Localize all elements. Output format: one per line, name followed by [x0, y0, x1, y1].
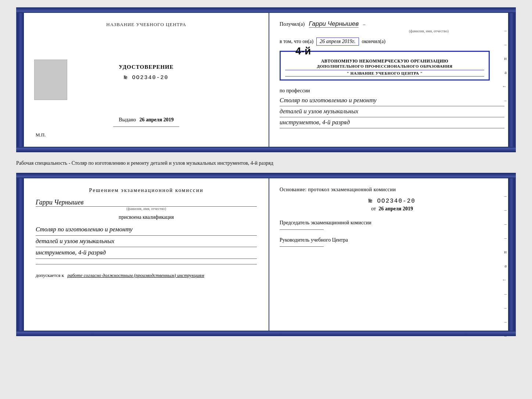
stamp-line3: " НАЗВАНИЕ УЧЕБНОГО ЦЕНТРА ": [285, 70, 484, 76]
caption-between: Рабочая специальность - Столяр по изгото…: [16, 158, 516, 167]
stamp-line1: АВТОНОМНУЮ НЕКОММЕРЧЕСКУЮ ОРГАНИЗАЦИЮ: [285, 58, 484, 64]
side-dashes-bottom: – – – – и а ← – – – –: [502, 193, 507, 339]
ot-label: от: [371, 206, 376, 211]
dopusk-value: работе согласно должностным (производств…: [67, 272, 204, 278]
protocol-number: № OO2340-20: [280, 198, 504, 204]
predsedatel-signature: [280, 229, 324, 230]
top-border-bottom: [16, 148, 516, 152]
issued-label: Выдано: [119, 117, 136, 122]
po-professii: по профессии: [280, 88, 504, 94]
fio-hint-top: (фамилия, имя, отчество): [353, 29, 504, 33]
ot-date-val: 26 апреля 2019: [379, 206, 413, 211]
top-left-page: НАЗВАНИЕ УЧЕБНОГО ЦЕНТРА УДОСТОВЕРЕНИЕ №…: [24, 13, 269, 147]
predsedatel: Председатель экзаменационной комиссии: [280, 219, 504, 230]
left-spine: [17, 13, 24, 147]
issued-date: 26 апреля 2019: [139, 117, 173, 122]
decision-title: Решением экзаменационной комиссии: [36, 187, 257, 193]
person-name-bottom: Гарри Чернышев: [36, 199, 257, 207]
qual-line1: Столяр по изготовлению и ремонту: [36, 224, 257, 236]
recipient-name: Гарри Чернышев: [309, 20, 359, 28]
rank-badge: 4-й: [295, 45, 311, 57]
stamp-line2: ДОПОЛНИТЕЛЬНОГО ПРОФЕССИОНАЛЬНОГО ОБРАЗО…: [285, 64, 484, 68]
certificate-photo: [34, 60, 67, 100]
profession-line2: деталей и узлов музыкальных: [280, 106, 504, 117]
predsedatel-label: Председатель экзаменационной комиссии: [280, 219, 504, 227]
vtom-line: в том, что он(а) 26 апреля 2019г. окончи…: [280, 38, 504, 46]
mp-label: М.П.: [36, 132, 46, 138]
okonchil: окончил(а): [362, 39, 386, 44]
rukovoditel-signature: [280, 246, 324, 247]
udost-title: УДОСТОВЕРЕНИЕ: [119, 64, 174, 70]
udost-number: № OO2340-20: [124, 75, 169, 81]
side-dashes-top: – – и а ← –: [502, 28, 507, 103]
bottom-border-top: [16, 173, 516, 177]
top-document-wrapper: НАЗВАНИЕ УЧЕБНОГО ЦЕНТРА УДОСТОВЕРЕНИЕ №…: [16, 7, 516, 152]
dopusk-line: допускается к работе согласно должностны…: [36, 272, 257, 278]
bottom-document: Решением экзаменационной комиссии Гарри …: [16, 177, 516, 332]
ot-date-line: от 26 апреля 2019: [280, 206, 504, 212]
qualification-text: Столяр по изготовлению и ремонту деталей…: [36, 224, 257, 259]
person-block: Гарри Чернышев (фамилия, имя, отчество): [36, 197, 257, 211]
qual-line2: деталей и узлов музыкальных: [36, 236, 257, 247]
top-right-page: Получил(а) Гарри Чернышев – (фамилия, им…: [269, 13, 515, 147]
right-spine-bottom: [508, 178, 515, 331]
osnovanie: Основание: протокол экзаменационной коми…: [280, 186, 504, 193]
bottom-right-page: Основание: протокол экзаменационной коми…: [269, 178, 515, 331]
qual-line3: инструментов, 4-й разряд: [36, 247, 257, 259]
profession-line1: Столяр по изготовлению и ремонту: [280, 95, 504, 106]
dopusk-label: допускается к: [36, 272, 64, 278]
bottom-left-page: Решением экзаменационной комиссии Гарри …: [24, 178, 269, 331]
recipient-label: Получил(а) Гарри Чернышев –: [280, 20, 504, 28]
vtom-date: 26 апреля 2019г.: [316, 38, 359, 46]
bottom-border-bottom: [16, 332, 516, 336]
prisvoena: присвоена квалификация: [36, 214, 257, 220]
cert-middle: УДОСТОВЕРЕНИЕ № OO2340-20: [36, 64, 257, 81]
top-document: НАЗВАНИЕ УЧЕБНОГО ЦЕНТРА УДОСТОВЕРЕНИЕ №…: [16, 12, 516, 148]
stamp-block: 4-й АВТОНОМНУЮ НЕКОММЕРЧЕСКУЮ ОРГАНИЗАЦИ…: [280, 51, 490, 81]
issued-line: Выдано 26 апреля 2019: [119, 117, 173, 123]
rukovoditel: Руководитель учебного Центра: [280, 236, 504, 247]
profession-line3: инструментов, 4-й разряд: [280, 117, 504, 128]
left-spine-bottom: [17, 178, 24, 331]
top-left-header: НАЗВАНИЕ УЧЕБНОГО ЦЕНТРА: [36, 22, 257, 28]
rukovoditel-label: Руководитель учебного Центра: [280, 236, 504, 244]
top-border: [16, 7, 516, 12]
bottom-document-wrapper: Решением экзаменационной комиссии Гарри …: [16, 173, 516, 336]
profession-text: Столяр по изготовлению и ремонту деталей…: [280, 95, 504, 128]
right-spine-top: [508, 13, 515, 147]
fio-hint-bottom: (фамилия, имя, отчество): [36, 207, 257, 211]
